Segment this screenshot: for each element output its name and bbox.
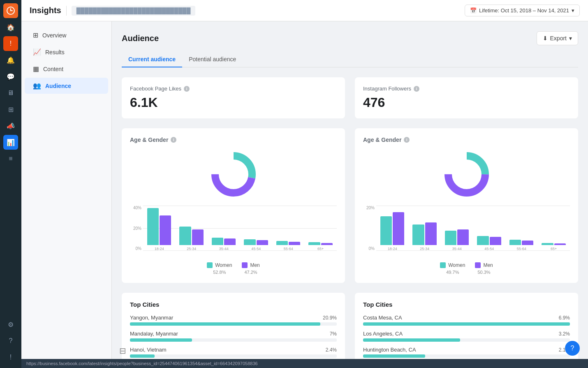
nav-icon-grid[interactable]: ⊞	[3, 102, 18, 117]
download-icon: ⬇	[543, 35, 548, 42]
nav-icon-feedback[interactable]: !	[3, 350, 18, 365]
instagram-age-gender-title: Age & Gender i	[363, 137, 570, 143]
fb-bar-65plus: 65+	[305, 242, 337, 251]
sidebar-item-label-content: Content	[43, 66, 63, 72]
instagram-cities-card: Top Cities Costa Mesa, CA 6.9% Los Angel…	[355, 293, 578, 359]
sidebar-item-overview[interactable]: ⊞ Overview	[25, 27, 108, 43]
nav-icon-logo[interactable]	[3, 3, 18, 18]
ig-age-gender-info-icon: i	[404, 137, 410, 143]
women-color-swatch-ig	[440, 262, 446, 268]
nav-icon-notifications[interactable]: 🔔	[3, 53, 18, 67]
nav-icon-campaigns[interactable]: 📣	[3, 118, 18, 133]
city-pct-costa-mesa: 6.9%	[559, 315, 570, 321]
fb-bar-35-44-women	[212, 238, 223, 245]
men-color-swatch-fb	[242, 262, 248, 268]
ig-bar-18-24-men	[393, 212, 404, 245]
fb-bar-18-24-women	[147, 208, 159, 245]
city-name-mandalay: Mandalay, Myanmar	[130, 331, 178, 337]
ig-bar-35-44: 35-44	[441, 229, 473, 251]
facebook-age-gender-card: Age & Gender i	[122, 128, 345, 283]
tab-current-audience[interactable]: Current audience	[122, 52, 182, 67]
export-label: Export	[550, 35, 567, 42]
women-color-swatch-fb	[207, 262, 213, 268]
ig-bar-45-54-women	[477, 236, 488, 245]
nav-icon-alert[interactable]: !	[3, 36, 18, 51]
men-color-swatch-ig	[475, 262, 481, 268]
ig-bar-65plus-women	[542, 243, 553, 245]
date-range-button[interactable]: 📅 Lifetime: Oct 15, 2018 – Nov 14, 2021 …	[465, 5, 580, 16]
fb-bar-35-44-men	[224, 238, 236, 245]
city-name-hanoi: Hanoi, Vietnam	[130, 347, 167, 353]
audience-tabs: Current audience Potential audience	[122, 52, 578, 67]
sidebar-item-audience[interactable]: 👥 Audience	[25, 78, 108, 94]
city-bar-fill-costa-mesa	[363, 322, 570, 326]
main-content: Audience ⬇ Export ▾ Current audience Pot…	[112, 21, 588, 359]
city-name-los-angeles: Los Angeles, CA	[363, 331, 403, 337]
nav-icon-help[interactable]: ?	[3, 333, 18, 348]
facebook-likes-value: 6.1K	[130, 95, 337, 110]
nav-icon-menu[interactable]: ≡	[3, 151, 18, 166]
sidebar-item-results[interactable]: 📈 Results	[25, 44, 108, 60]
city-item-yangon: Yangon, Myanmar 20.9%	[130, 315, 337, 326]
fb-bar-55-64-men	[289, 242, 300, 245]
facebook-likes-label: Facebook Page Likes i	[130, 86, 337, 92]
sidebar-item-label-overview: Overview	[42, 32, 66, 39]
city-name-costa-mesa: Costa Mesa, CA	[363, 315, 402, 321]
instagram-followers-info-icon: i	[414, 86, 419, 92]
facebook-bar-chart: 40% 20% 0%	[130, 206, 337, 259]
city-pct-los-angeles: 3.2%	[559, 331, 570, 337]
nav-icon-settings[interactable]: ⚙	[3, 317, 18, 332]
city-bar-track-mandalay	[130, 338, 337, 342]
city-item-mandalay: Mandalay, Myanmar 7%	[130, 331, 337, 342]
ig-bar-55-64: 55-64	[505, 240, 538, 251]
fb-bar-25-34-women	[179, 227, 191, 245]
nav-icon-monitor[interactable]: 🖥	[3, 86, 18, 100]
sidebar-item-label-results: Results	[45, 49, 65, 56]
city-item-los-angeles: Los Angeles, CA 3.2%	[363, 331, 570, 342]
city-pct-mandalay: 7%	[330, 331, 337, 337]
status-bar-url: https://business.facebook.com/latest/ins…	[26, 361, 258, 366]
instagram-cities-title: Top Cities	[363, 301, 570, 308]
instagram-age-gender-card: Age & Gender i	[355, 128, 578, 283]
city-pct-hanoi: 2.4%	[326, 347, 337, 353]
export-button[interactable]: ⬇ Export ▾	[537, 31, 578, 45]
legend-women-fb: Women 52.8%	[207, 262, 232, 275]
ig-bar-25-34-men	[425, 222, 437, 245]
fb-bar-55-64: 55-64	[272, 241, 305, 251]
ig-bar-65plus: 65+	[538, 243, 570, 251]
sidebar-collapse-button[interactable]: ⊟	[119, 346, 126, 356]
content-icon: ▦	[33, 65, 39, 73]
fb-bar-45-54-men	[257, 240, 268, 245]
stats-row: Facebook Page Likes i 6.1K Instagram Fol…	[122, 77, 578, 118]
city-bar-fill-mandalay	[130, 338, 192, 342]
status-bar: https://business.facebook.com/latest/ins…	[21, 359, 588, 368]
support-chat-button[interactable]: ?	[565, 341, 580, 356]
nav-icon-inbox[interactable]: 💬	[3, 69, 18, 84]
ig-bar-25-34-women	[412, 225, 424, 245]
legend-men-ig: Men 50.3%	[475, 262, 493, 275]
ig-bar-45-54-men	[490, 237, 501, 245]
sidebar-item-content[interactable]: ▦ Content	[25, 61, 108, 77]
city-bar-track-los-angeles	[363, 338, 570, 342]
tab-potential-audience[interactable]: Potential audience	[182, 52, 243, 67]
nav-bar: 🏠 ! 🔔 💬 🖥 ⊞ 📣 📊 ≡ ⚙ ? !	[0, 0, 21, 368]
header-page-name: ████████████████████████████	[72, 6, 196, 16]
nav-icon-insights[interactable]: 📊	[3, 135, 18, 150]
overview-icon: ⊞	[33, 31, 38, 39]
nav-icon-home[interactable]: 🏠	[3, 20, 18, 35]
instagram-followers-label: Instagram Followers i	[363, 86, 570, 92]
ig-bar-55-64-women	[509, 240, 521, 245]
content-layout: ⊞ Overview 📈 Results ▦ Content 👥 Audienc…	[21, 21, 588, 359]
instagram-chart-legend: Women 49.7% Men 50.3%	[363, 262, 570, 275]
facebook-donut-chart	[130, 150, 337, 199]
fb-bar-25-34: 25-34	[176, 227, 208, 251]
main-area: Insights ████████████████████████████ 📅 …	[21, 0, 588, 368]
city-bar-track-costa-mesa	[363, 322, 570, 326]
instagram-donut-chart	[363, 150, 570, 199]
date-range-label: Lifetime: Oct 15, 2018 – Nov 14, 2021	[479, 7, 569, 14]
city-item-huntington-beach: Huntington Beach, CA 2.1%	[363, 347, 570, 358]
legend-men-fb: Men 47.2%	[242, 262, 259, 275]
instagram-bar-chart: 20% 0%	[363, 206, 570, 259]
fb-bar-45-54: 45-54	[240, 239, 273, 251]
fb-bar-18-24: 18-24	[143, 208, 176, 251]
